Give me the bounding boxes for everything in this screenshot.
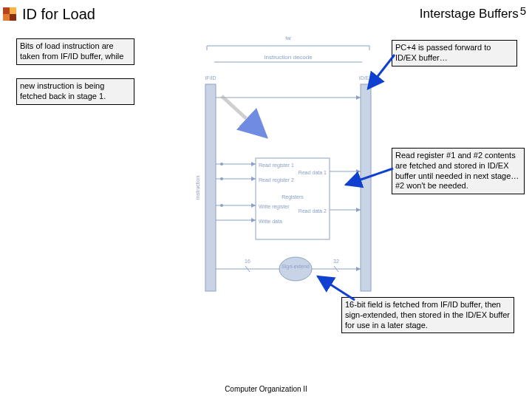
arrow-pc4 <box>368 55 395 89</box>
arrow-signext <box>318 276 355 300</box>
arrow-readregs <box>346 168 393 185</box>
callout-arrows <box>0 0 532 399</box>
arrow-faded <box>222 96 266 137</box>
footer: Computer Organization II <box>0 385 532 393</box>
